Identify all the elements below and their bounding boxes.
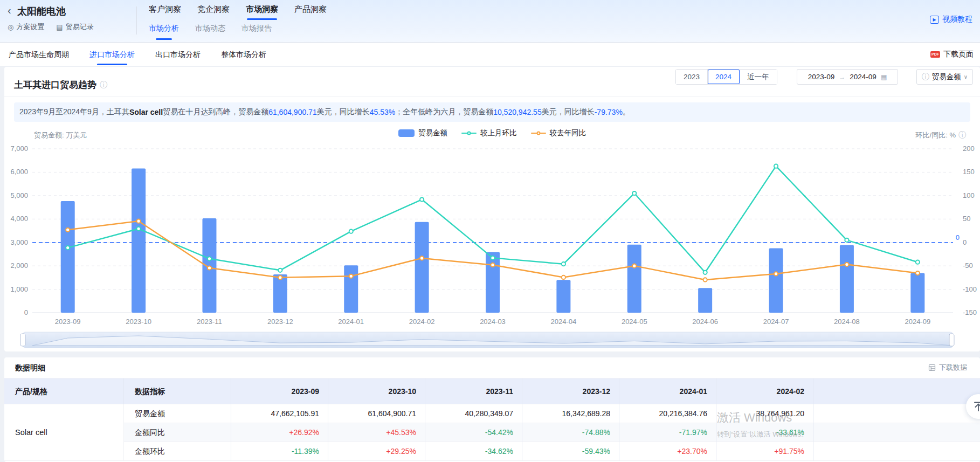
calendar-icon: ▦ — [881, 73, 887, 81]
tab-competitor-insight[interactable]: 竞企洞察 — [197, 4, 230, 19]
legend-item-较上月环比[interactable]: 较上月环比 — [461, 128, 517, 138]
table-row: 贸易金额47,662,105.9161,604,900.7140,280,349… — [124, 404, 980, 423]
pdf-icon: PDF — [930, 51, 940, 58]
summary-segment: 45.53% — [370, 108, 395, 116]
tab-product-insight[interactable]: 产品洞察 — [294, 4, 327, 19]
info-icon[interactable]: ⓘ — [100, 80, 107, 90]
action-plan-settings[interactable]: ◎方案设置 — [8, 22, 44, 32]
nav-item-export-market-analysis[interactable]: 出口市场分析 — [155, 43, 201, 66]
download-data-button[interactable]: 下载数据 — [928, 363, 967, 373]
action-label: 方案设置 — [16, 22, 44, 32]
date-end: 2024-09 — [850, 73, 877, 81]
value-cell: -11.39% — [231, 442, 328, 461]
plan-settings-icon: ◎ — [8, 23, 13, 31]
section-title-text: 土耳其进口贸易趋势 — [14, 79, 96, 91]
metric-rows: 贸易金额47,662,105.9161,604,900.7140,280,349… — [124, 404, 980, 461]
value-cell: -54.42% — [425, 423, 522, 442]
top-tabs: 客户洞察竞企洞察市场洞察产品洞察 — [149, 4, 327, 19]
data-detail-title: 数据明细 — [15, 363, 45, 373]
product-name-cell: Solar cell — [4, 404, 124, 461]
value-cell: +26.92% — [231, 423, 328, 442]
tab-customer-insight[interactable]: 客户洞察 — [149, 4, 181, 19]
value-cell: 16,342,689.28 — [522, 404, 619, 423]
nav-item-import-market-analysis[interactable]: 进口市场分析 — [89, 43, 135, 66]
value-cell: -74.88% — [522, 423, 619, 442]
line-legend-marker — [531, 133, 546, 134]
col-header-2023-10: 2023-10 — [328, 378, 425, 404]
date-range-picker[interactable]: 2023-09 → 2024-09 ▦ — [797, 69, 898, 85]
trend-card: 土耳其进口贸易趋势 ⓘ 20232024近一年 2023-09 → 2024-0… — [4, 67, 980, 351]
value-cell: -71.97% — [619, 423, 716, 442]
data-detail-card: 数据明细 下载数据 产品/规格数据指标2023-092023-102023-11… — [4, 357, 980, 462]
value-cell: +91.75% — [716, 442, 813, 461]
summary-segment: 61,604,900.71 — [268, 108, 317, 116]
nav-items: 产品市场生命周期进口市场分析出口市场分析整体市场分析 — [9, 43, 266, 66]
sub-tabs: 市场分析市场动态市场报告 — [149, 24, 272, 33]
value-cell: +45.53% — [328, 423, 425, 442]
col-header-product: 产品/规格 — [4, 378, 124, 404]
legend-label: 较去年同比 — [550, 128, 586, 138]
col-header-metric: 数据指标 — [124, 378, 231, 404]
subtab-market-dynamics[interactable]: 市场动态 — [195, 24, 225, 33]
section-title: 土耳其进口贸易趋势 ⓘ — [14, 79, 107, 91]
subtab-market-report[interactable]: 市场报告 — [241, 24, 272, 33]
info-icon[interactable]: ⓘ — [958, 130, 966, 140]
value-filler — [813, 404, 980, 423]
info-icon: ⓘ — [922, 72, 929, 82]
header-divider — [136, 6, 137, 35]
app-header: ‹ 太阳能电池 ◎方案设置▤贸易记录 客户洞察竞企洞察市场洞察产品洞察 市场分析… — [0, 0, 980, 43]
subtab-market-analysis[interactable]: 市场分析 — [149, 24, 179, 33]
chevron-down-icon: ∨ — [964, 74, 968, 80]
summary-segment: 2023年9月至2024年9月，土耳其 — [19, 107, 129, 117]
line-legend-marker — [461, 133, 477, 134]
table-header-row: 产品/规格数据指标2023-092023-102023-112023-12202… — [4, 378, 980, 404]
value-cell: +29.25% — [328, 442, 425, 461]
legend-item-较去年同比[interactable]: 较去年同比 — [531, 128, 586, 138]
metric-label-cell: 贸易金额 — [124, 404, 231, 423]
year-button-2023[interactable]: 2023 — [676, 70, 708, 84]
summary-segment: 贸易在十月达到高峰，贸易金额 — [163, 107, 268, 117]
col-header-2024-01: 2024-01 — [619, 378, 716, 404]
metric-label-cell: 金额环比 — [124, 442, 231, 461]
download-page-button[interactable]: PDF 下载页面 — [930, 50, 974, 59]
summary-segment: ；全年低峰为六月，贸易金额 — [395, 107, 493, 117]
col-header-2023-09: 2023-09 — [231, 378, 328, 404]
data-detail-header: 数据明细 下载数据 — [4, 357, 980, 378]
nav-item-product-lifecycle[interactable]: 产品市场生命周期 — [9, 43, 69, 66]
bar-legend-marker — [398, 129, 415, 137]
col-header-2023-11: 2023-11 — [425, 378, 522, 404]
video-tutorial-link[interactable]: ▶ 视频教程 — [930, 15, 972, 24]
trade-records-icon: ▤ — [56, 23, 63, 31]
action-trade-records[interactable]: ▤贸易记录 — [56, 22, 93, 32]
date-start: 2023-09 — [808, 73, 835, 81]
nav-item-overall-market-analysis[interactable]: 整体市场分析 — [221, 43, 266, 66]
value-filler — [813, 423, 980, 442]
year-button-2024[interactable]: 2024 — [708, 70, 740, 84]
tab-market-insight[interactable]: 市场洞察 — [246, 4, 278, 19]
play-icon: ▶ — [930, 16, 939, 24]
year-filter-group: 20232024近一年 — [675, 69, 777, 85]
year-button-近一年[interactable]: 近一年 — [740, 70, 777, 84]
value-cell: +23.70% — [619, 442, 716, 461]
summary-segment: Solar cell — [129, 108, 163, 116]
download-data-label: 下载数据 — [939, 363, 967, 373]
download-page-label: 下载页面 — [943, 50, 974, 59]
divider — [4, 96, 980, 97]
value-cell: -34.62% — [425, 442, 522, 461]
table-body: Solar cell贸易金额47,662,105.9161,604,900.71… — [4, 404, 980, 461]
right-axis-title: 环比/同比: % ⓘ — [916, 130, 966, 140]
value-cell: 47,662,105.91 — [231, 404, 328, 423]
metric-dropdown[interactable]: ⓘ 贸易金额 ∨ — [916, 69, 973, 85]
chart-legend: 贸易金额较上月环比较去年同比 — [4, 128, 980, 138]
summary-segment: -79.73% — [595, 108, 623, 116]
legend-item-贸易金额[interactable]: 贸易金额 — [398, 128, 447, 138]
back-to-top-icon — [973, 401, 980, 412]
table-row: 金额同比+26.92%+45.53%-54.42%-74.88%-71.97%-… — [124, 423, 980, 442]
value-cell: 20,216,384.76 — [619, 404, 716, 423]
spreadsheet-icon — [928, 364, 936, 371]
back-icon[interactable]: ‹ — [8, 4, 11, 17]
value-cell: 40,280,349.07 — [425, 404, 522, 423]
table-row: 金额环比-11.39%+29.25%-34.62%-59.43%+23.70%+… — [124, 442, 980, 461]
value-filler — [813, 442, 980, 461]
metric-label-cell: 金额同比 — [124, 423, 231, 442]
